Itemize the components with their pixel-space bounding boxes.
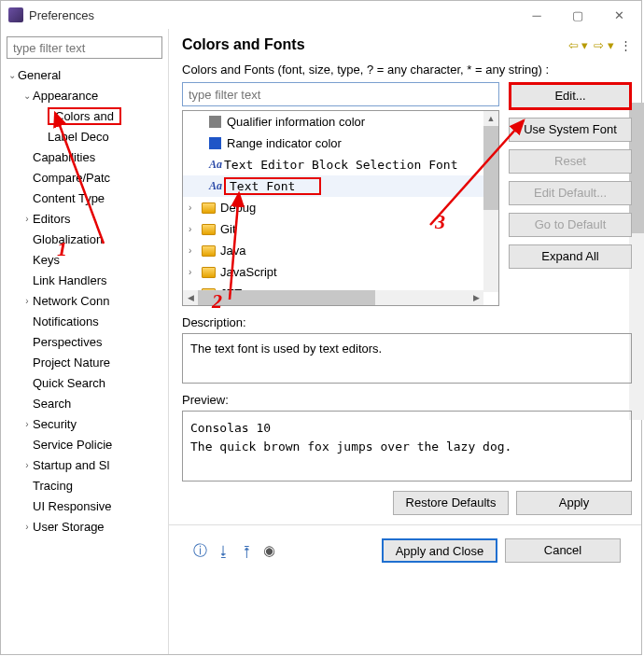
scroll-up-icon[interactable]: ▲ [483,111,498,126]
tree-filter-input[interactable] [7,36,162,59]
tree-item[interactable]: Notifications [7,311,162,331]
font-icon: Aa [209,179,224,193]
cf-item[interactable]: ›JavaScript [183,261,498,283]
tree-item[interactable]: ›Network Conn [7,290,162,311]
tree-item[interactable]: Capabilities [7,147,162,167]
tree-item[interactable]: ›User Storage [7,516,162,537]
edit-button[interactable]: Edit... [509,82,632,110]
tree-item[interactable]: Content Type [7,188,162,208]
tree-item[interactable]: ⌄General [7,64,162,85]
tree-item[interactable]: Globalization [7,229,162,249]
titlebar: Preferences ─ ▢ ✕ [1,1,641,29]
cf-hscroll[interactable]: ◀ ▶ [183,290,483,305]
page-title: Colors and Fonts [182,36,568,53]
scroll-left-icon[interactable]: ◀ [183,290,198,305]
colors-fonts-tree[interactable]: Qualifier information colorRange indicat… [182,110,499,306]
folder-icon [202,224,216,235]
use-system-font-button[interactable]: Use System Font [509,118,632,142]
preferences-tree-panel: ⌄General⌄AppearanceColors andLabel DecoC… [1,29,169,654]
footer-icons: ⓘ ⭳ ⭱ ◉ [193,542,275,560]
apply-button[interactable]: Apply [516,491,632,515]
cf-filter-input[interactable] [182,82,499,106]
tree-item[interactable]: ⌄Appearance [7,85,162,105]
back-icon[interactable]: ⇦ ▾ [568,38,589,52]
export-icon[interactable]: ⭱ [240,543,254,559]
cf-item[interactable]: ›Java [183,240,498,261]
tree-item[interactable]: Keys [7,249,162,270]
colors-fonts-row: Qualifier information colorRange indicat… [182,82,632,306]
apply-and-close-button[interactable]: Apply and Close [382,538,497,563]
color-swatch-icon [209,116,221,128]
font-icon: Aa [209,158,224,172]
reset-button[interactable]: Reset [509,149,632,174]
cf-item[interactable]: ›Debug [183,197,498,218]
preferences-tree[interactable]: ⌄General⌄AppearanceColors andLabel DecoC… [7,64,162,654]
tree-item[interactable]: Search [7,393,162,413]
page-toolbar: ⇦ ▾ ⇨ ▾ ⋮ [568,38,632,52]
cf-item[interactable]: Qualifier information color [183,111,498,133]
page-header: Colors and Fonts ⇦ ▾ ⇨ ▾ ⋮ [182,36,632,53]
instruction-label: Colors and Fonts (font, size, type, ? = … [182,63,632,77]
dialog-footer: ⓘ ⭳ ⭱ ◉ Apply and Close Cancel [182,533,632,568]
edit-default-button[interactable]: Edit Default... [509,181,632,205]
preferences-window: Preferences ─ ▢ ✕ ⌄General⌄AppearanceCol… [0,0,642,655]
page-buttons: Restore Defaults Apply [182,491,632,515]
description-box: The text font is used by text editors. [182,333,632,384]
annotation-2: 2 [212,289,222,314]
cf-vthumb[interactable] [483,126,498,210]
menu-icon[interactable]: ⋮ [620,38,632,52]
cf-item[interactable]: Range indicator color [183,133,498,154]
cf-buttons: Edit... Use System Font Reset Edit Defau… [509,82,632,306]
cf-item[interactable]: ›Git [183,218,498,240]
record-icon[interactable]: ◉ [263,542,275,559]
cancel-button[interactable]: Cancel [505,538,621,563]
tree-item[interactable]: Link Handlers [7,270,162,290]
folder-icon [202,202,216,214]
tree-item[interactable]: Project Nature [7,352,162,372]
go-to-default-button[interactable]: Go to Default [509,213,632,237]
tree-item[interactable]: ›Startup and Sl [7,454,162,475]
scroll-right-icon[interactable]: ▶ [469,290,483,305]
tree-item[interactable]: Compare/Patc [7,167,162,188]
close-button[interactable]: ✕ [598,2,639,28]
preview-box: Consolas 10 The quick brown fox jumps ov… [182,411,632,482]
help-icon[interactable]: ⓘ [193,542,207,560]
colors-fonts-main: Qualifier information colorRange indicat… [182,82,499,306]
color-swatch-icon [209,137,221,149]
folder-icon [202,245,216,257]
preview-label: Preview: [182,393,632,407]
import-icon[interactable]: ⭳ [217,543,231,559]
window-title: Preferences [29,8,516,22]
tree-item[interactable]: ›Security [7,413,162,434]
tree-item[interactable]: Quick Search [7,372,162,393]
minimize-button[interactable]: ─ [516,2,557,28]
folder-icon [202,267,216,278]
app-icon [8,7,23,22]
colors-fonts-page: Colors and Fonts ⇦ ▾ ⇨ ▾ ⋮ Colors and Fo… [169,29,641,654]
restore-defaults-button[interactable]: Restore Defaults [393,491,509,515]
annotation-3: 3 [435,210,445,234]
tree-item[interactable]: UI Responsive [7,495,162,516]
cf-vscroll[interactable]: ▲ [483,111,498,292]
cf-item[interactable]: AaText Editor Block Selection Font [183,154,498,175]
cf-hthumb[interactable] [198,290,375,305]
tree-item[interactable]: ›Editors [7,208,162,229]
tree-item[interactable]: Tracing [7,475,162,495]
annotation-1: 1 [57,237,67,261]
tree-item[interactable]: Perspectives [7,331,162,352]
tree-item[interactable]: Label Deco [7,126,162,147]
maximize-button[interactable]: ▢ [557,2,598,28]
divider [169,524,641,525]
expand-all-button[interactable]: Expand All [509,244,632,269]
dialog-body: ⌄General⌄AppearanceColors andLabel DecoC… [1,29,641,654]
tree-item[interactable]: Colors and [7,105,162,126]
description-label: Description: [182,315,632,329]
tree-item[interactable]: Service Policie [7,434,162,454]
forward-icon[interactable]: ⇨ ▾ [594,38,614,52]
cf-item[interactable]: AaText Font [183,175,498,197]
